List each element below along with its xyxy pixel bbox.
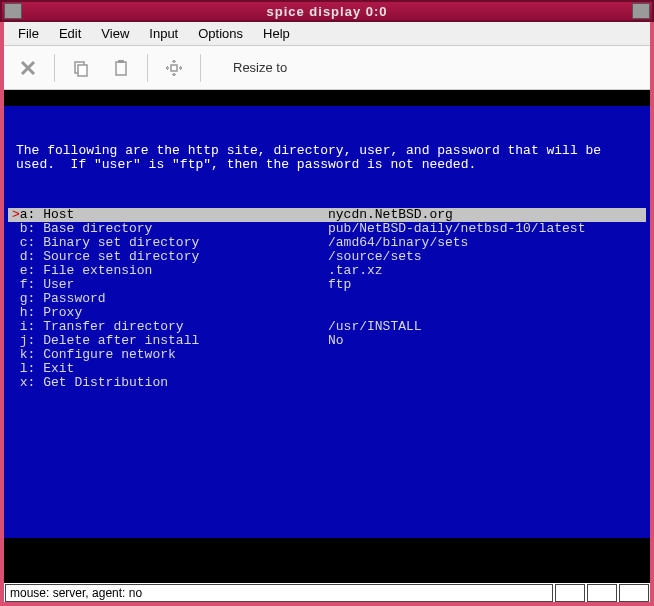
menu-item-value: ftp bbox=[328, 278, 642, 292]
menu-item-c[interactable]: c: Binary set directory/amd64/binary/set… bbox=[8, 236, 646, 250]
menu-item-label: l: Exit bbox=[12, 362, 328, 376]
cursor-marker: > bbox=[12, 207, 20, 222]
menu-file[interactable]: File bbox=[10, 24, 47, 43]
menu-item-label: d: Source set directory bbox=[12, 250, 328, 264]
status-text: mouse: server, agent: no bbox=[5, 584, 553, 602]
menu-item-h[interactable]: h: Proxy bbox=[8, 306, 646, 320]
toolbar-separator bbox=[147, 54, 148, 82]
menu-item-x[interactable]: x: Get Distribution bbox=[8, 376, 646, 390]
menu-item-label: e: File extension bbox=[12, 264, 328, 278]
menu-item-value: /amd64/binary/sets bbox=[328, 236, 642, 250]
menu-item-label: g: Password bbox=[12, 292, 328, 306]
statusbar: mouse: server, agent: no bbox=[4, 582, 650, 602]
toolbar-separator bbox=[54, 54, 55, 82]
window-control-button[interactable] bbox=[632, 3, 650, 19]
menu-item-d[interactable]: d: Source set directory/source/sets bbox=[8, 250, 646, 264]
menu-item-label: i: Transfer directory bbox=[12, 320, 328, 334]
menu-item-g[interactable]: g: Password bbox=[8, 292, 646, 306]
close-icon[interactable] bbox=[10, 50, 46, 86]
menu-item-e[interactable]: e: File extension.tar.xz bbox=[8, 264, 646, 278]
menu-item-j[interactable]: j: Delete after installNo bbox=[8, 334, 646, 348]
svg-rect-1 bbox=[78, 65, 87, 76]
menu-view[interactable]: View bbox=[93, 24, 137, 43]
menu-item-value: nycdn.NetBSD.org bbox=[328, 208, 642, 222]
terminal-screen[interactable]: The following are the http site, directo… bbox=[4, 106, 650, 538]
menu-item-label: f: User bbox=[12, 278, 328, 292]
menubar: File Edit View Input Options Help bbox=[4, 22, 650, 46]
menu-item-label: h: Proxy bbox=[12, 306, 328, 320]
window-title: spice display 0:0 bbox=[24, 4, 630, 19]
menu-item-value: /source/sets bbox=[328, 250, 642, 264]
menu-item-value bbox=[328, 376, 642, 390]
window-body: File Edit View Input Options Help Resize… bbox=[4, 22, 650, 602]
status-cell bbox=[587, 584, 617, 602]
window-menu-button[interactable] bbox=[4, 3, 22, 19]
menu-edit[interactable]: Edit bbox=[51, 24, 89, 43]
menu-item-f[interactable]: f: Userftp bbox=[8, 278, 646, 292]
menu-item-value: /usr/INSTALL bbox=[328, 320, 642, 334]
menu-item-label: x: Get Distribution bbox=[12, 376, 328, 390]
menu-options[interactable]: Options bbox=[190, 24, 251, 43]
menu-item-value: .tar.xz bbox=[328, 264, 642, 278]
toolbar-separator bbox=[200, 54, 201, 82]
menu-item-value: pub/NetBSD-daily/netbsd-10/latest bbox=[328, 222, 642, 236]
resize-label[interactable]: Resize to bbox=[233, 60, 287, 75]
svg-rect-2 bbox=[116, 62, 126, 75]
titlebar: spice display 0:0 bbox=[0, 0, 654, 22]
menu-item-value bbox=[328, 348, 642, 362]
menu-item-label: k: Configure network bbox=[12, 348, 328, 362]
menu-item-value bbox=[328, 292, 642, 306]
menu-item-l[interactable]: l: Exit bbox=[8, 362, 646, 376]
status-cell bbox=[555, 584, 585, 602]
paste-icon[interactable] bbox=[103, 50, 139, 86]
menu-item-value bbox=[328, 362, 642, 376]
menu-input[interactable]: Input bbox=[141, 24, 186, 43]
menu-item-i[interactable]: i: Transfer directory/usr/INSTALL bbox=[8, 320, 646, 334]
svg-rect-3 bbox=[118, 60, 124, 63]
status-cell bbox=[619, 584, 649, 602]
menu-item-label: c: Binary set directory bbox=[12, 236, 328, 250]
menu-item-label: b: Base directory bbox=[12, 222, 328, 236]
menu-item-label: >a: Host bbox=[12, 208, 328, 222]
menu-help[interactable]: Help bbox=[255, 24, 298, 43]
vm-display[interactable]: The following are the http site, directo… bbox=[4, 90, 650, 582]
terminal-header-text: The following are the http site, directo… bbox=[8, 140, 646, 180]
fullscreen-icon[interactable] bbox=[156, 50, 192, 86]
menu-item-b[interactable]: b: Base directorypub/NetBSD-daily/netbsd… bbox=[8, 222, 646, 236]
copy-icon[interactable] bbox=[63, 50, 99, 86]
menu-item-value bbox=[328, 306, 642, 320]
menu-item-label: j: Delete after install bbox=[12, 334, 328, 348]
toolbar: Resize to bbox=[4, 46, 650, 90]
menu-item-k[interactable]: k: Configure network bbox=[8, 348, 646, 362]
svg-rect-4 bbox=[171, 65, 177, 71]
menu-item-a[interactable]: >a: Hostnycdn.NetBSD.org bbox=[8, 208, 646, 222]
menu-item-value: No bbox=[328, 334, 642, 348]
